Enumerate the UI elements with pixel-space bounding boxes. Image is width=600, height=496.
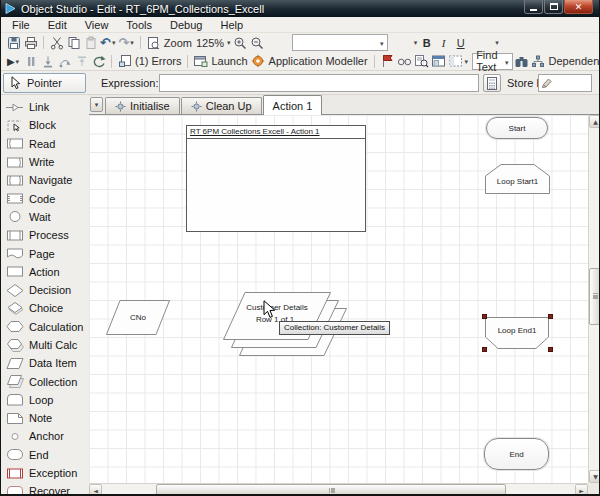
expression-editor-button[interactable] [483, 74, 501, 92]
close-button[interactable]: ✕ [564, 0, 593, 14]
sidebar-item-code[interactable]: Code [1, 189, 89, 207]
zoom-page-button[interactable] [145, 34, 162, 51]
menu-debug[interactable]: Debug [161, 18, 211, 32]
loop-start-stage[interactable]: Loop Start1 [485, 164, 550, 194]
find-next-button[interactable] [513, 53, 530, 70]
watch-button[interactable] [396, 53, 413, 70]
data-item-stage[interactable]: CNo [106, 300, 170, 335]
selection-handle[interactable] [548, 347, 553, 352]
scroll-right-button[interactable]: ► [575, 484, 588, 496]
tab-list-dropdown-button[interactable]: ▾ [90, 97, 103, 112]
maximize-button[interactable] [544, 0, 563, 14]
zoom-value[interactable]: 125% [196, 37, 224, 49]
tab-action-1[interactable]: Action 1 [263, 95, 323, 115]
reset-button[interactable] [90, 53, 107, 70]
vertical-scroll-thumb[interactable] [589, 268, 600, 325]
flow-canvas[interactable]: RT 6PM Collections Excell - Action 1 Sta… [89, 115, 588, 483]
color-caret-icon[interactable]: ▾ [495, 39, 499, 46]
sidebar-item-calculation[interactable]: Calculation [1, 318, 89, 336]
selection-handle[interactable] [548, 314, 553, 319]
tab-clean-up[interactable]: Clean Up [181, 97, 262, 114]
step-into-button[interactable] [39, 53, 56, 70]
breakpoint-button[interactable] [379, 53, 396, 70]
sidebar-item-recover[interactable]: Recover [1, 482, 89, 496]
step-over-button[interactable] [56, 53, 73, 70]
expression-input[interactable] [159, 74, 479, 92]
paste-button[interactable] [82, 34, 99, 51]
italic-button[interactable]: I [435, 34, 452, 51]
zoom-out-button[interactable] [249, 34, 266, 51]
sidebar-item-decision[interactable]: Decision [1, 281, 89, 299]
sidebar-item-action[interactable]: Action [1, 263, 89, 281]
sidebar-item-end[interactable]: End [1, 446, 89, 464]
save-button[interactable] [5, 34, 22, 51]
errors-label[interactable]: (1) Errors [135, 55, 181, 67]
sidebar-item-anchor[interactable]: Anchor [1, 427, 89, 445]
zoom-caret-icon[interactable]: ▾ [227, 39, 231, 46]
application-modeller-label[interactable]: Application Modeller [269, 55, 368, 67]
horizontal-scrollbar[interactable]: ◄ ► [89, 483, 588, 496]
store-in-field[interactable] [538, 74, 592, 92]
horizontal-scroll-thumb[interactable] [156, 484, 506, 496]
print-button[interactable] [22, 34, 39, 51]
find-text-combo[interactable]: Find Text▾ [472, 53, 512, 70]
find-references-button[interactable] [413, 53, 430, 70]
object-studio-window: Object Studio - Edit - RT_6PM_Collection… [0, 0, 600, 496]
menu-tools[interactable]: Tools [117, 18, 161, 32]
sidebar-item-page[interactable]: Page [1, 244, 89, 262]
errors-button[interactable] [116, 53, 133, 70]
app-icon [5, 3, 16, 14]
menu-file[interactable]: File [3, 18, 39, 32]
sidebar-item-choice[interactable]: Choice [1, 299, 89, 317]
pause-button[interactable] [22, 53, 39, 70]
sidebar-item-process[interactable]: Process [1, 226, 89, 244]
layout-caret-icon[interactable]: ▾ [465, 58, 469, 65]
start-stage[interactable]: Start [486, 117, 548, 139]
dependencies-label[interactable]: Dependencies [549, 55, 600, 67]
undo-button[interactable]: ↶▾ [99, 34, 117, 51]
sidebar-item-note[interactable]: Note [1, 409, 89, 427]
sidebar-item-write[interactable]: Write [1, 153, 89, 171]
selection-handle[interactable] [482, 347, 487, 352]
validate-button[interactable] [530, 53, 547, 70]
sidebar-item-block[interactable]: Block [1, 116, 89, 134]
loop-end-stage[interactable]: Loop End1 [482, 314, 553, 352]
sidebar-item-exception[interactable]: Exception [1, 464, 89, 482]
menu-edit[interactable]: Edit [39, 18, 76, 32]
tab-initialise[interactable]: Initialise [105, 97, 180, 114]
font-size-caret-icon[interactable]: ▾ [414, 39, 418, 46]
minimize-button[interactable] [524, 0, 543, 14]
sidebar-item-collection[interactable]: Collection [1, 372, 89, 390]
step-out-button[interactable] [73, 53, 90, 70]
show-grid-button[interactable] [430, 53, 447, 70]
launch-button[interactable] [192, 53, 209, 70]
sidebar-item-read[interactable]: Read [1, 135, 89, 153]
zoom-in-button[interactable] [232, 34, 249, 51]
underline-button[interactable]: U [452, 34, 469, 51]
tool-pointer-button[interactable]: Pointer [3, 73, 86, 93]
vertical-scrollbar[interactable]: ▲ ▼ [588, 115, 600, 483]
copy-button[interactable] [65, 34, 82, 51]
redo-button[interactable]: ↷▾ [117, 34, 135, 51]
layout-button[interactable] [447, 53, 464, 70]
selection-handle[interactable] [482, 314, 487, 319]
end-stage[interactable]: End [484, 438, 549, 470]
font-combo[interactable]: ▾ [292, 34, 388, 51]
scroll-down-button[interactable]: ▼ [589, 470, 600, 483]
sidebar-item-link[interactable]: Link [1, 98, 89, 116]
play-button[interactable]: ▶▾ [5, 53, 22, 70]
scroll-up-button[interactable]: ▲ [589, 115, 600, 128]
application-modeller-button[interactable] [250, 53, 267, 70]
bold-button[interactable]: B [418, 34, 435, 51]
scroll-left-button[interactable]: ◄ [89, 484, 102, 496]
sidebar-item-loop[interactable]: Loop [1, 391, 89, 409]
menu-view[interactable]: View [76, 18, 118, 32]
launch-label[interactable]: Launch [211, 55, 247, 67]
cut-button[interactable] [48, 34, 65, 51]
sidebar-item-multi-calc[interactable]: Multi Calc [1, 336, 89, 354]
sidebar-item-data-item[interactable]: Data Item [1, 354, 89, 372]
menu-help[interactable]: Help [211, 18, 252, 32]
block-stage[interactable]: RT 6PM Collections Excell - Action 1 [186, 125, 366, 232]
sidebar-item-navigate[interactable]: Navigate [1, 171, 89, 189]
sidebar-item-wait[interactable]: Wait [1, 208, 89, 226]
